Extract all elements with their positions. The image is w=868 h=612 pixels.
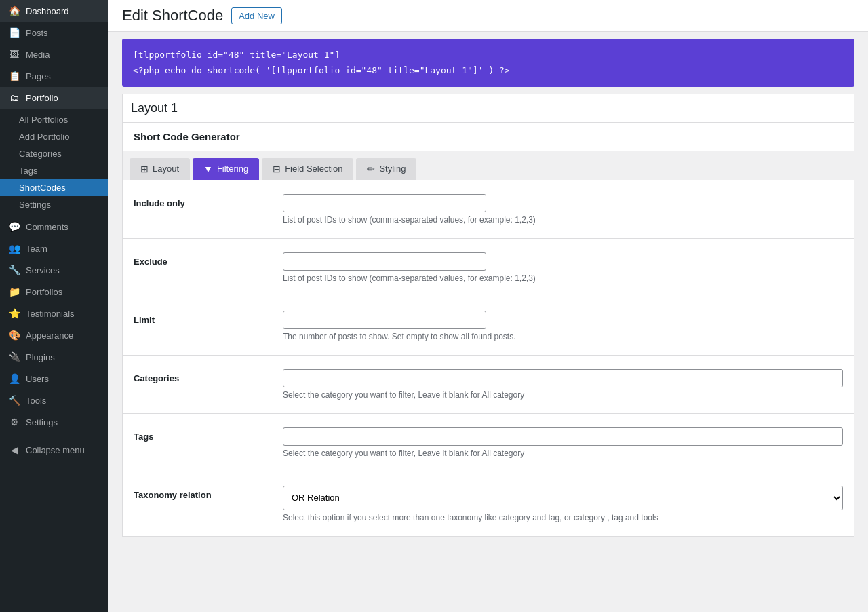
- exclude-label: Exclude: [134, 252, 269, 267]
- taxonomy-relation-select[interactable]: OR Relation AND Relation: [283, 486, 843, 510]
- collapse-label: Collapse menu: [26, 445, 85, 455]
- sidebar-item-label: Settings: [26, 417, 58, 427]
- limit-field: The number of posts to show. Set empty t…: [283, 311, 843, 341]
- sidebar-item-pages[interactable]: 📋 Pages: [0, 65, 108, 87]
- styling-tab-icon: ✏: [367, 164, 375, 174]
- tab-layout-label: Layout: [153, 164, 179, 174]
- categories-field: Select the category you want to filter, …: [283, 369, 843, 400]
- add-new-button[interactable]: Add New: [231, 7, 282, 24]
- sidebar-item-appearance[interactable]: 🎨 Appearance: [0, 324, 108, 346]
- filtering-tab-icon: ▼: [203, 164, 213, 174]
- portfolios-icon: 📁: [8, 286, 20, 297]
- services-icon: 🔧: [8, 265, 20, 275]
- taxonomy-relation-help: Select this option if you select more th…: [283, 513, 843, 522]
- sidebar-item-settings[interactable]: ⚙ Settings: [0, 411, 108, 433]
- sidebar-item-portfolio[interactable]: 🗂 Portfolio: [0, 87, 108, 109]
- include-only-input[interactable]: [283, 194, 486, 212]
- main-content: Edit ShortCode Add New [tlpportfolio id=…: [108, 0, 868, 612]
- tab-filtering-label: Filtering: [217, 164, 248, 174]
- sidebar-submenu-tags[interactable]: Tags: [0, 162, 108, 179]
- categories-row: Categories Select the category you want …: [123, 356, 854, 414]
- page-header: Edit ShortCode Add New: [108, 0, 868, 32]
- comments-icon: 💬: [8, 221, 20, 232]
- sidebar-item-portfolios[interactable]: 📁 Portfolios: [0, 281, 108, 303]
- sidebar-item-users[interactable]: 👤 Users: [0, 368, 108, 389]
- shortcode-generator-section: Short Code Generator ⊞ Layout ▼ Filterin…: [122, 123, 854, 537]
- tags-help: Select the category you want to filter, …: [283, 448, 843, 458]
- sidebar-item-label: Media: [26, 50, 50, 60]
- shortcode-gen-title: Short Code Generator: [123, 123, 854, 151]
- layout-tab-icon: ⊞: [140, 164, 149, 174]
- sidebar-item-label: Portfolios: [26, 287, 62, 297]
- categories-help: Select the category you want to filter, …: [283, 390, 843, 400]
- sidebar-submenu-all-portfolios[interactable]: All Portfolios: [0, 111, 108, 128]
- tab-styling[interactable]: ✏ Styling: [356, 158, 416, 180]
- submenu-label: Categories: [19, 149, 62, 159]
- include-only-field: List of post IDs to show (comma-separate…: [283, 194, 843, 225]
- sidebar-submenu-categories[interactable]: Categories: [0, 145, 108, 162]
- sidebar-item-label: Services: [26, 265, 60, 275]
- testimonials-icon: ⭐: [8, 308, 20, 319]
- shortcode-line2: <?php echo do_shortcode( '[tlpportfolio …: [133, 62, 844, 78]
- sidebar-item-label: Appearance: [26, 330, 73, 341]
- sidebar-item-label: Users: [26, 374, 49, 384]
- tags-label: Tags: [134, 427, 269, 442]
- sidebar-item-label: Pages: [26, 71, 51, 81]
- media-icon: 🖼: [8, 49, 20, 60]
- layout-name-input[interactable]: [123, 94, 854, 122]
- sidebar-divider: [0, 436, 108, 436]
- pages-icon: 📋: [8, 71, 20, 81]
- exclude-field: List of post IDs to show (comma-separate…: [283, 252, 843, 283]
- sidebar: 🏠 Dashboard 📄 Posts 🖼 Media 📋 Pages 🗂 Po…: [0, 0, 108, 612]
- exclude-row: Exclude List of post IDs to show (comma-…: [123, 239, 854, 297]
- exclude-input[interactable]: [283, 252, 486, 271]
- sidebar-item-dashboard[interactable]: 🏠 Dashboard: [0, 0, 108, 22]
- exclude-help: List of post IDs to show (comma-separate…: [283, 273, 843, 283]
- sidebar-item-plugins[interactable]: 🔌 Plugins: [0, 346, 108, 368]
- tab-field-selection[interactable]: ⊟ Field Selection: [262, 158, 353, 180]
- sidebar-item-media[interactable]: 🖼 Media: [0, 43, 108, 65]
- page-title: Edit ShortCode: [122, 7, 223, 24]
- sidebar-item-testimonials[interactable]: ⭐ Testimonials: [0, 303, 108, 324]
- taxonomy-relation-field: OR Relation AND Relation Select this opt…: [283, 486, 843, 522]
- sidebar-submenu-add-portfolio[interactable]: Add Portfolio: [0, 128, 108, 145]
- include-only-help: List of post IDs to show (comma-separate…: [283, 215, 843, 225]
- limit-input[interactable]: [283, 311, 486, 329]
- sidebar-item-services[interactable]: 🔧 Services: [0, 259, 108, 281]
- portfolio-submenu: All Portfolios Add Portfolio Categories …: [0, 109, 108, 216]
- sidebar-item-posts[interactable]: 📄 Posts: [0, 22, 108, 43]
- sidebar-item-label: Tools: [26, 396, 46, 406]
- sidebar-item-label: Team: [26, 244, 47, 254]
- tags-field: Select the category you want to filter, …: [283, 427, 843, 458]
- filtering-tab-content: Include only List of post IDs to show (c…: [123, 180, 854, 537]
- submenu-label: ShortCodes: [19, 183, 66, 193]
- users-icon: 👤: [8, 373, 20, 384]
- sidebar-item-label: Posts: [26, 28, 48, 38]
- sidebar-item-team[interactable]: 👥 Team: [0, 237, 108, 259]
- submenu-label: All Portfolios: [19, 115, 68, 125]
- tags-input[interactable]: [283, 427, 843, 446]
- categories-input[interactable]: [283, 369, 843, 387]
- sidebar-item-comments[interactable]: 💬 Comments: [0, 216, 108, 237]
- settings-icon: ⚙: [8, 417, 20, 427]
- limit-help: The number of posts to show. Set empty t…: [283, 332, 843, 341]
- tab-layout[interactable]: ⊞ Layout: [130, 158, 190, 180]
- portfolio-icon: 🗂: [8, 92, 20, 103]
- sidebar-submenu-shortcodes[interactable]: ShortCodes: [0, 179, 108, 196]
- team-icon: 👥: [8, 243, 20, 254]
- submenu-label: Tags: [19, 166, 37, 176]
- tabs-bar: ⊞ Layout ▼ Filtering ⊟ Field Selection ✏…: [123, 151, 854, 180]
- sidebar-item-tools[interactable]: 🔨 Tools: [0, 389, 108, 411]
- collapse-menu-button[interactable]: ◀ Collapse menu: [0, 439, 108, 461]
- categories-label: Categories: [134, 369, 269, 383]
- tab-filtering[interactable]: ▼ Filtering: [193, 158, 259, 180]
- submenu-label: Settings: [19, 199, 51, 210]
- sidebar-submenu-settings[interactable]: Settings: [0, 196, 108, 213]
- sidebar-item-label: Portfolio: [26, 93, 58, 103]
- tab-styling-label: Styling: [379, 164, 406, 174]
- taxonomy-relation-row: Taxonomy relation OR Relation AND Relati…: [123, 472, 854, 537]
- appearance-icon: 🎨: [8, 330, 20, 341]
- posts-icon: 📄: [8, 27, 20, 38]
- shortcode-line1: [tlpportfolio id="48" title="Layout 1"]: [133, 47, 844, 62]
- sidebar-item-label: Dashboard: [26, 6, 69, 16]
